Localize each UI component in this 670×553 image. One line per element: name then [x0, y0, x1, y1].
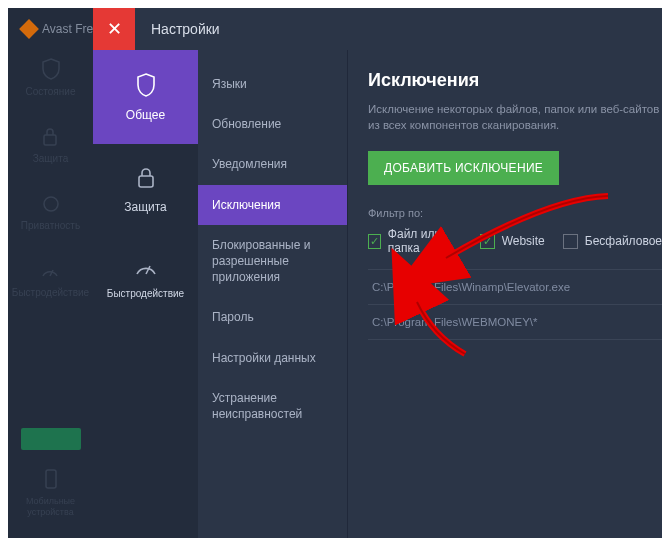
- close-button[interactable]: ✕: [93, 8, 135, 50]
- filter-file-folder[interactable]: Файл или папка: [368, 227, 462, 255]
- category-label: Общее: [126, 108, 165, 122]
- svg-rect-3: [46, 470, 56, 488]
- modal-body: Общее Защита Быстродействие Языки Обновл…: [93, 50, 662, 538]
- subnav-label: Блокированные и разрешенные приложения: [212, 238, 310, 284]
- gauge-icon: [134, 258, 158, 278]
- svg-rect-4: [139, 176, 153, 187]
- main-nav-protection[interactable]: Защита: [33, 127, 68, 164]
- settings-sub-nav: Языки Обновление Уведомления Исключения …: [198, 50, 348, 538]
- subnav-label: Настройки данных: [212, 351, 316, 365]
- exclusion-path: C:\Program Files\WEBMONEY\*: [372, 316, 538, 328]
- subnav-label: Обновление: [212, 117, 281, 131]
- category-protection[interactable]: Защита: [93, 144, 198, 236]
- gauge-icon: [40, 261, 60, 281]
- subnav-label: Устранение неисправностей: [212, 391, 302, 421]
- filter-row: Файл или папка Website Бесфайловое: [368, 227, 662, 255]
- filter-label: Бесфайловое: [585, 234, 662, 248]
- category-label: Защита: [124, 200, 167, 214]
- lock-icon: [41, 127, 59, 147]
- checkbox-icon: [368, 234, 381, 249]
- settings-category-nav: Общее Защита Быстродействие: [93, 50, 198, 538]
- svg-point-1: [44, 197, 58, 211]
- subnav-password[interactable]: Пароль: [198, 297, 347, 337]
- subnav-label: Уведомления: [212, 157, 287, 171]
- main-nav-performance[interactable]: Быстродействие: [12, 261, 89, 298]
- main-nav-label: Защита: [33, 153, 68, 164]
- phone-icon: [43, 468, 59, 490]
- checkbox-icon: [563, 234, 578, 249]
- checkbox-icon: [480, 234, 495, 249]
- main-nav-label: Состояние: [26, 86, 76, 97]
- page-subtext: Исключение некоторых файлов, папок или в…: [368, 101, 662, 133]
- add-exclusion-button[interactable]: ДОБАВИТЬ ИСКЛЮЧЕНИЕ: [368, 151, 559, 185]
- mobile-devices[interactable]: Мобильные устройства: [8, 468, 93, 518]
- subnav-notifications[interactable]: Уведомления: [198, 144, 347, 184]
- subnav-data-settings[interactable]: Настройки данных: [198, 338, 347, 378]
- exclusion-path: C:\Program Files\Winamp\Elevator.exe: [372, 281, 570, 293]
- upgrade-button[interactable]: [21, 428, 81, 450]
- category-general[interactable]: Общее: [93, 50, 198, 144]
- subnav-languages[interactable]: Языки: [198, 64, 347, 104]
- subnav-exclusions[interactable]: Исключения: [198, 185, 347, 225]
- main-nav-label: Быстродействие: [12, 287, 89, 298]
- main-nav-privacy[interactable]: Приватность: [21, 194, 80, 231]
- category-performance[interactable]: Быстродействие: [93, 236, 198, 321]
- shield-icon: [41, 58, 61, 80]
- subnav-label: Пароль: [212, 310, 254, 324]
- filter-label: Файл или папка: [388, 227, 462, 255]
- shield-icon: [135, 72, 157, 98]
- logo-icon: [19, 19, 39, 39]
- settings-content: Исключения Исключение некоторых файлов, …: [348, 50, 662, 538]
- page-heading: Исключения: [368, 70, 662, 91]
- add-button-label: ДОБАВИТЬ ИСКЛЮЧЕНИЕ: [384, 161, 543, 175]
- main-nav-status[interactable]: Состояние: [26, 58, 76, 97]
- exclusion-list: C:\Program Files\Winamp\Elevator.exe C:\…: [368, 269, 662, 340]
- settings-modal: ✕ Настройки Общее Защита Быстродействие: [93, 8, 662, 538]
- subnav-label: Языки: [212, 77, 247, 91]
- exclusion-row[interactable]: C:\Program Files\WEBMONEY\*: [368, 305, 662, 340]
- subnav-blocked-allowed[interactable]: Блокированные и разрешенные приложения: [198, 225, 347, 298]
- lock-icon: [136, 166, 156, 190]
- modal-title: Настройки: [151, 21, 220, 37]
- app-window: Состояние Защита Приватность Быстродейст…: [8, 8, 662, 538]
- filter-fileless[interactable]: Бесфайловое: [563, 234, 662, 249]
- svg-rect-0: [44, 135, 56, 145]
- filter-label: Website: [502, 234, 545, 248]
- svg-line-5: [146, 266, 150, 274]
- subnav-update[interactable]: Обновление: [198, 104, 347, 144]
- filter-by-label: Фильтр по:: [368, 207, 662, 219]
- main-nav-label: Приватность: [21, 220, 80, 231]
- close-icon: ✕: [107, 18, 122, 40]
- subnav-troubleshoot[interactable]: Устранение неисправностей: [198, 378, 347, 434]
- exclusion-row[interactable]: C:\Program Files\Winamp\Elevator.exe: [368, 270, 662, 305]
- filter-website[interactable]: Website: [480, 234, 545, 249]
- mobile-label: Мобильные устройства: [8, 496, 93, 518]
- fingerprint-icon: [41, 194, 61, 214]
- main-sidebar: Состояние Защита Приватность Быстродейст…: [8, 8, 93, 538]
- modal-titlebar: ✕ Настройки: [93, 8, 662, 50]
- category-label: Быстродействие: [107, 288, 184, 299]
- subnav-label: Исключения: [212, 198, 281, 212]
